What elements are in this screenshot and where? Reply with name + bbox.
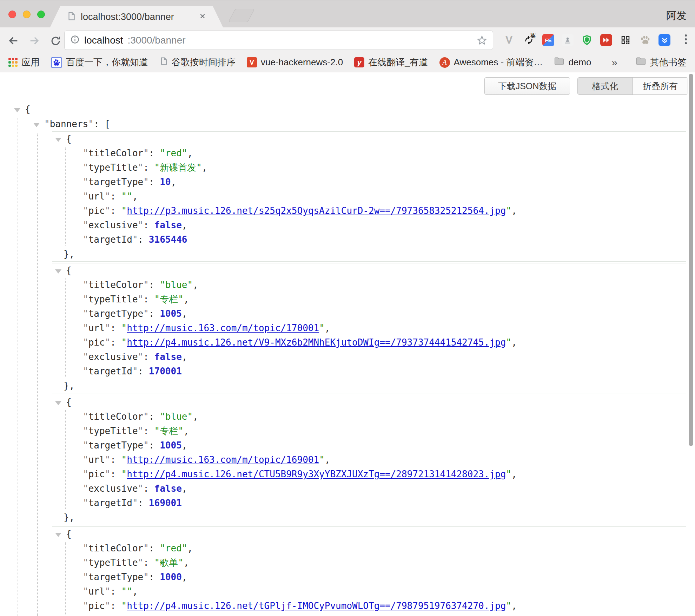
banner-object: {"titleColor": "red","typeTitle": "新碟首发"… xyxy=(52,131,686,262)
json-property-targetType: "targetType": 1005, xyxy=(52,307,686,321)
bookmark-google-sort[interactable]: 谷歌按时间排序 xyxy=(159,56,236,68)
json-property-exclusive: "exclusive": false, xyxy=(52,613,686,616)
bookmarks-overflow-chevron[interactable]: » xyxy=(611,57,617,68)
awesomes-a-icon: A xyxy=(439,57,450,68)
titlebar: localhost:3000/banner 阿发 xyxy=(0,0,695,27)
json-key: banners xyxy=(50,119,88,129)
object-rows: "titleColor": "blue","typeTitle": "专栏","… xyxy=(52,278,686,379)
folder-icon xyxy=(636,57,646,68)
new-tab-button[interactable] xyxy=(228,9,255,22)
bookmarks-bar: 应用 百度一下，你就知道 谷歌按时间排序 V vue-hackernews-2.… xyxy=(0,53,695,72)
translate-icon[interactable]: 英 xyxy=(522,34,535,46)
json-property-pic: "pic": "http://p3.music.126.net/s25q2x5Q… xyxy=(52,204,686,218)
bookmark-youdao[interactable]: y 在线翻译_有道 xyxy=(354,56,428,68)
collapse-toggle-icon[interactable] xyxy=(33,123,40,127)
json-viewer: { "banners": [ {"titleColor": "red","typ… xyxy=(0,72,695,616)
page-icon xyxy=(67,12,76,22)
apps-grid-icon xyxy=(8,58,18,67)
collapse-toggle-icon[interactable] xyxy=(55,138,61,142)
object-rows: "titleColor": "blue","typeTitle": "专栏","… xyxy=(52,409,686,510)
object-close-line: }, xyxy=(52,379,686,393)
url-host: localhost xyxy=(84,35,123,46)
collapse-toggle-icon[interactable] xyxy=(55,533,61,537)
json-property-pic: "pic": "http://p4.music.126.net/CTU5B9R9… xyxy=(52,467,686,481)
fullscreen-window-button[interactable] xyxy=(37,11,45,18)
bookmark-awesomes[interactable]: A Awesomes - 前端资… xyxy=(439,56,543,68)
baidu-paw-icon xyxy=(51,57,62,68)
object-rows: "titleColor": "red","typeTitle": "歌单","t… xyxy=(52,541,686,616)
json-property-targetId: "targetId": 169001 xyxy=(52,496,686,510)
object-close-line: }, xyxy=(52,247,686,261)
bookmark-baidu[interactable]: 百度一下，你就知道 xyxy=(51,56,148,68)
json-property-titleColor: "titleColor": "red", xyxy=(52,541,686,556)
json-property-titleColor: "titleColor": "red", xyxy=(52,146,686,160)
reload-button[interactable] xyxy=(48,34,62,48)
bookmark-apps[interactable]: 应用 xyxy=(8,56,40,68)
json-property-targetType: "targetType": 10, xyxy=(52,175,686,189)
json-url-link[interactable]: http://music.163.com/m/topic/169001 xyxy=(127,454,319,465)
json-property-pic: "pic": "http://p4.music.126.net/V9-MXz6b… xyxy=(52,335,686,350)
banner-object: {"titleColor": "blue","typeTitle": "专栏",… xyxy=(52,263,686,393)
paw-icon[interactable] xyxy=(639,34,651,46)
json-property-titleColor: "titleColor": "blue", xyxy=(52,278,686,292)
json-url-link[interactable]: http://p4.music.126.net/V9-MXz6b2MNhEKju… xyxy=(127,337,506,348)
address-bar[interactable]: localhost:3000/banner xyxy=(64,31,493,50)
json-url-link[interactable]: http://music.163.com/m/topic/170001 xyxy=(127,323,319,333)
json-property-exclusive: "exclusive": false, xyxy=(52,218,686,232)
indent-guide xyxy=(37,133,38,616)
blue-download-icon[interactable] xyxy=(658,34,670,46)
object-rows: "titleColor": "red","typeTitle": "新碟首发",… xyxy=(52,146,686,247)
json-property-targetType: "targetType": 1005, xyxy=(52,438,686,453)
green-shield-icon[interactable] xyxy=(581,34,593,46)
json-root-line: { xyxy=(0,102,695,117)
collapse-toggle-icon[interactable] xyxy=(55,401,61,405)
profile-name[interactable]: 阿发 xyxy=(666,9,687,23)
browser-menu-icon[interactable] xyxy=(682,34,689,44)
qr-code-icon[interactable] xyxy=(619,34,632,46)
object-open-line: { xyxy=(52,527,686,541)
info-icon[interactable] xyxy=(70,35,80,46)
json-property-url: "url": "", xyxy=(52,584,686,599)
json-property-targetId: "targetId": 3165446 xyxy=(52,232,686,247)
extension-icons: V 英 FE xyxy=(503,32,670,48)
tab-close-icon[interactable] xyxy=(199,12,206,21)
json-property-exclusive: "exclusive": false, xyxy=(52,350,686,364)
json-property-url: "url": "http://music.163.com/m/topic/170… xyxy=(52,321,686,335)
object-open-line: { xyxy=(52,395,686,409)
minimize-window-button[interactable] xyxy=(23,11,31,18)
fast-forward-icon[interactable] xyxy=(600,34,612,46)
collapse-toggle-icon[interactable] xyxy=(14,108,20,112)
banner-object: {"titleColor": "red","typeTitle": "歌单","… xyxy=(52,526,686,616)
json-property-url: "url": "", xyxy=(52,189,686,204)
json-url-link[interactable]: http://p4.music.126.net/CTU5B9R9y3XyYBZX… xyxy=(127,469,506,479)
json-property-targetId: "targetId": 170001 xyxy=(52,364,686,379)
bookmark-vue-hackernews[interactable]: V vue-hackernews-2.0 xyxy=(247,57,343,68)
youdao-y-icon: y xyxy=(354,57,364,67)
vue-devtools-icon[interactable]: V xyxy=(503,34,515,46)
person-icon[interactable] xyxy=(562,34,574,46)
object-open-line: { xyxy=(52,132,686,146)
json-property-pic: "pic": "http://p4.music.126.net/tGPljf-I… xyxy=(52,599,686,613)
fe-helper-icon[interactable]: FE xyxy=(542,34,555,46)
json-property-typeTitle: "typeTitle": "专栏", xyxy=(52,424,686,438)
other-bookmarks-folder[interactable]: 其他书签 xyxy=(636,56,687,68)
bookmark-star-icon[interactable] xyxy=(477,35,487,46)
json-property-typeTitle: "typeTitle": "新碟首发", xyxy=(52,160,686,175)
indent-guide xyxy=(18,118,18,616)
url-path: :3000/banner xyxy=(128,35,186,46)
json-url-link[interactable]: http://p4.music.126.net/tGPljf-IMOCyPvum… xyxy=(127,601,506,611)
bookmark-demo-folder[interactable]: demo xyxy=(554,57,591,68)
close-window-button[interactable] xyxy=(8,11,16,18)
back-button[interactable] xyxy=(6,34,20,48)
banner-object: {"titleColor": "blue","typeTitle": "专栏",… xyxy=(52,395,686,525)
json-property-typeTitle: "typeTitle": "歌单", xyxy=(52,556,686,570)
json-property-exclusive: "exclusive": false, xyxy=(52,481,686,496)
browser-tab[interactable]: localhost:3000/banner xyxy=(50,6,223,28)
page-icon xyxy=(159,57,168,68)
object-open-line: { xyxy=(52,263,686,278)
json-url-link[interactable]: http://p3.music.126.net/s25q2x5QyqsAzilC… xyxy=(127,205,506,216)
forward-button[interactable] xyxy=(27,34,41,48)
collapse-toggle-icon[interactable] xyxy=(55,269,61,274)
vue-v-icon: V xyxy=(247,57,257,67)
object-close-line: }, xyxy=(52,510,686,525)
